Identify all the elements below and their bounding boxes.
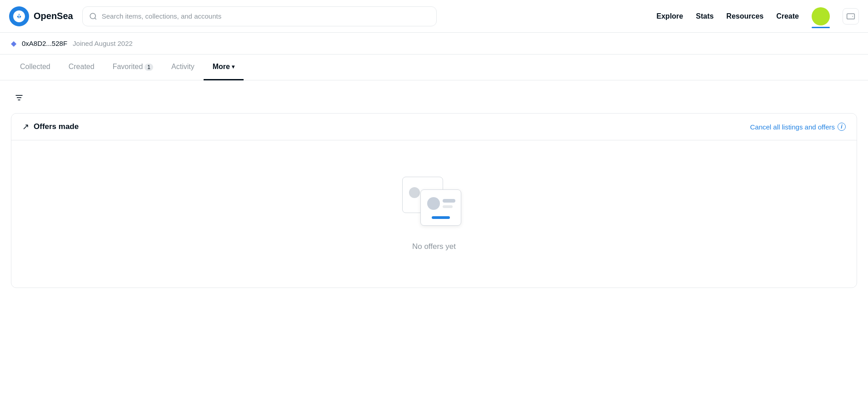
filter-row [11, 89, 857, 106]
offers-title: Offers made [34, 122, 79, 131]
empty-card-front [420, 189, 461, 226]
search-bar[interactable] [82, 6, 437, 26]
nav-stats[interactable]: Stats [696, 12, 713, 20]
wallet-icon [846, 12, 855, 21]
search-icon [89, 12, 97, 20]
opensea-logo-svg [13, 10, 25, 22]
tab-collected[interactable]: Collected [11, 55, 60, 80]
chevron-down-icon: ▾ [232, 64, 234, 70]
svg-point-0 [90, 13, 95, 19]
navbar: OpenSea Explore Stats Resources Create [0, 0, 868, 33]
nav-logo[interactable]: OpenSea [9, 6, 73, 26]
svg-rect-2 [847, 14, 855, 19]
tab-favorited[interactable]: Favorited1 [104, 55, 162, 80]
main-content: ↗ Offers made Cancel all listings and of… [0, 80, 868, 297]
empty-state: No offers yet [11, 140, 857, 288]
nav-resources[interactable]: Resources [726, 12, 763, 20]
nav-create[interactable]: Create [776, 12, 799, 20]
empty-message: No offers yet [412, 242, 456, 251]
favorited-badge: 1 [145, 64, 153, 71]
svg-line-1 [95, 18, 96, 19]
profile-meta: ◆ 0xA8D2...528F Joined August 2022 [0, 33, 868, 55]
search-input[interactable] [102, 12, 430, 20]
tab-activity[interactable]: Activity [162, 55, 204, 80]
nav-explore[interactable]: Explore [657, 12, 683, 20]
cancel-all-button[interactable]: Cancel all listings and offers i [750, 123, 846, 131]
nav-logo-text: OpenSea [34, 11, 73, 21]
eth-icon: ◆ [11, 39, 16, 48]
filter-button[interactable] [11, 89, 27, 106]
offers-card: ↗ Offers made Cancel all listings and of… [11, 113, 857, 288]
joined-date: Joined August 2022 [73, 40, 133, 47]
nav-avatar[interactable] [812, 7, 830, 25]
offers-card-header: ↗ Offers made Cancel all listings and of… [11, 114, 857, 140]
filter-icon [15, 93, 24, 102]
nav-wallet-button[interactable] [843, 8, 859, 25]
opensea-logo-icon [9, 6, 29, 26]
tab-more[interactable]: More ▾ [204, 55, 244, 80]
tab-created[interactable]: Created [60, 55, 104, 80]
empty-illustration [402, 177, 466, 231]
offers-title-wrap: ↗ Offers made [22, 122, 79, 132]
nav-links: Explore Stats Resources Create [657, 7, 859, 25]
arrow-up-right-icon: ↗ [22, 122, 29, 132]
info-icon: i [838, 123, 846, 131]
wallet-address: 0xA8D2...528F [22, 40, 67, 47]
tabs-bar: Collected Created Favorited1 Activity Mo… [0, 55, 868, 80]
